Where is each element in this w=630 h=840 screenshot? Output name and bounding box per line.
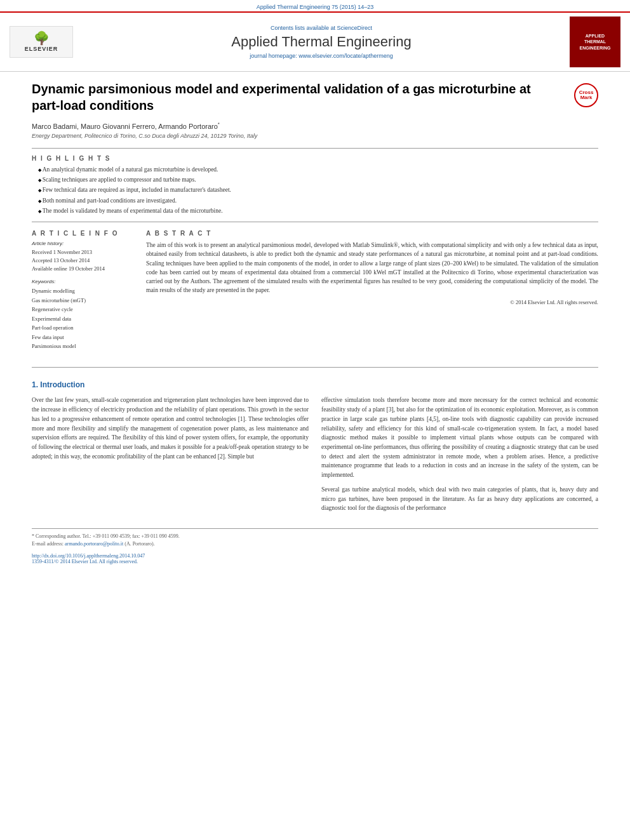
keyword: Experimental data [32,314,133,323]
highlights-section: H I G H L I G H T S An analytical dynami… [32,155,598,215]
article-title: Dynamic parsimonious model and experimen… [32,81,598,114]
article-info-col: A R T I C L E I N F O Article history: R… [32,230,133,357]
journal-homepage: journal homepage: www.elsevier.com/locat… [83,53,560,59]
article-title-area: CrossMark Dynamic parsimonious model and… [32,81,598,114]
highlight-item: Scaling techniques are applied to compre… [38,176,598,184]
received-date: Received 1 November 2013 [32,248,133,257]
footnote-email-link[interactable]: armando.portoraro@polito.it [65,541,123,547]
footnote-star: * Corresponding author. Tel.: +39 011 09… [32,533,598,540]
elsevier-wordmark: ELSEVIER [25,46,58,52]
body-two-col: Over the last few years, small-scale cog… [32,396,598,518]
intro-para-3: Several gas turbine analytical models, w… [321,485,598,513]
info-abstract-area: A R T I C L E I N F O Article history: R… [32,230,598,357]
abstract-col: A B S T R A C T The aim of this work is … [146,230,598,357]
keyword: Parsimonious model [32,342,133,350]
authors: Marco Badami, Mauro Giovanni Ferrero, Ar… [32,121,598,130]
highlight-item: The model is validated by means of exper… [38,207,598,215]
homepage-url[interactable]: www.elsevier.com/locate/apthermeng [298,53,393,59]
available-date: Available online 19 October 2014 [32,265,133,273]
divider-1 [32,148,598,149]
issn-line: 1359-4311/© 2014 Elsevier Ltd. All right… [32,559,598,564]
journal-title: Applied Thermal Engineering [83,34,560,50]
intro-para-1: Over the last few years, small-scale cog… [32,396,309,461]
affiliation: Energy Department, Politecnico di Torino… [32,133,598,139]
highlight-item: An analytical dynamic model of a natural… [38,166,598,174]
keywords-label: Keywords: [32,279,133,284]
elsevier-tree-icon: 🌳 [34,32,50,44]
highlights-list: An analytical dynamic model of a natural… [32,166,598,215]
crossmark-badge: CrossMark [574,83,598,107]
intro-heading: 1. Introduction [32,380,598,389]
keyword: Gas microturbine (mGT) [32,296,133,305]
article-history: Article history: Received 1 November 201… [32,241,133,272]
content-area: CrossMark Dynamic parsimonious model and… [0,72,630,573]
journal-title-area: Contents lists available at ScienceDirec… [76,25,566,59]
abstract-text: The aim of this work is to present an an… [146,241,598,295]
doi-link[interactable]: http://dx.doi.org/10.1016/j.applthermale… [32,553,598,559]
ate-logo: APPLIED THERMAL ENGINEERING [570,17,620,67]
copyright: © 2014 Elsevier Ltd. All rights reserved… [146,299,598,305]
body-col-left: Over the last few years, small-scale cog… [32,396,309,518]
accepted-date: Accepted 13 October 2014 [32,257,133,265]
intro-para-2: effective simulation tools therefore bec… [321,396,598,479]
sciencedirect-label: Contents lists available at ScienceDirec… [83,25,560,31]
abstract-heading: A B S T R A C T [146,230,598,237]
footnote-email: E-mail address: armando.portoraro@polito… [32,540,598,548]
keyword: Part-load operation [32,323,133,332]
footnote-area: * Corresponding author. Tel.: +39 011 09… [32,528,598,548]
body-col-right: effective simulation tools therefore bec… [321,396,598,518]
history-label: Article history: [32,241,133,246]
asterisk: * [218,121,220,127]
ate-logo-area: APPLIED THERMAL ENGINEERING [566,17,624,67]
highlight-item: Both nominal and part-load conditions ar… [38,197,598,205]
keyword: Few data input [32,333,133,342]
keywords-list: Dynamic modelling Gas microturbine (mGT)… [32,286,133,350]
elsevier-logo: 🌳 ELSEVIER [10,26,73,58]
keywords-section: Keywords: Dynamic modelling Gas microtur… [32,279,133,350]
introduction-section: 1. Introduction Over the last few years,… [32,380,598,518]
highlights-heading: H I G H L I G H T S [32,155,598,162]
keyword: Regenerative cycle [32,305,133,314]
journal-citation: Applied Thermal Engineering 75 (2015) 14… [0,0,630,11]
highlight-item: Few technical data are required as input… [38,186,598,194]
sciencedirect-link[interactable]: ScienceDirect [337,25,373,31]
article-info-heading: A R T I C L E I N F O [32,230,133,237]
elsevier-logo-area: 🌳 ELSEVIER [6,26,76,58]
footer-links: http://dx.doi.org/10.1016/j.applthermale… [32,553,598,564]
divider-3 [32,367,598,368]
journal-header-bar: 🌳 ELSEVIER Contents lists available at S… [0,11,630,72]
divider-2 [32,222,598,222]
keyword: Dynamic modelling [32,286,133,295]
ate-logo-text: APPLIED THERMAL ENGINEERING [579,33,610,50]
